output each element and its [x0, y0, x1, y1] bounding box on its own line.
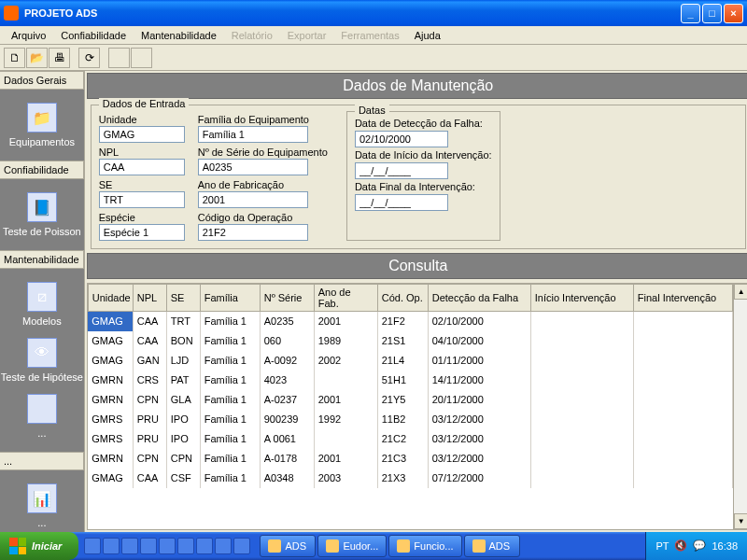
table-cell[interactable]: 11B2	[377, 410, 428, 429]
table-cell[interactable]	[633, 410, 732, 429]
ql-icon[interactable]	[103, 538, 120, 554]
table-cell[interactable]: GLA	[166, 390, 200, 410]
table-cell[interactable]: 900239	[260, 410, 314, 429]
table-cell[interactable]: 2001	[314, 312, 377, 331]
scroll-track[interactable]	[734, 300, 747, 513]
table-cell[interactable]: 07/12/2000	[428, 469, 530, 488]
table-cell[interactable]: A0348	[260, 469, 314, 488]
table-cell[interactable]: 21X3	[377, 469, 428, 488]
table-cell[interactable]	[314, 371, 377, 390]
table-cell[interactable]: 04/10/2000	[428, 331, 530, 351]
table-cell[interactable]: 03/12/2000	[428, 410, 530, 429]
table-cell[interactable]: A-0178	[260, 449, 314, 469]
scroll-down-button[interactable]: ▼	[734, 513, 747, 529]
ql-icon[interactable]	[196, 538, 213, 554]
unidade-input[interactable]	[99, 126, 185, 143]
toolbar-blank-2[interactable]	[131, 48, 152, 68]
sidebar-category[interactable]: Confiabilidade	[0, 161, 84, 179]
table-cell[interactable]: TRT	[166, 312, 200, 331]
column-header[interactable]: Final Intervenção	[633, 285, 732, 312]
refresh-button[interactable]: ⟳	[78, 48, 100, 68]
table-cell[interactable]: 21Y5	[377, 390, 428, 410]
table-cell[interactable]: GMRN	[88, 449, 133, 469]
table-cell[interactable]: A 0061	[260, 429, 314, 449]
table-cell[interactable]	[530, 312, 633, 331]
sidebar-category[interactable]: Mantenabilidade	[0, 250, 84, 269]
table-cell[interactable]: GMAG	[88, 331, 133, 351]
table-row[interactable]: GMAGCAABONFamília 1060198921S104/10/2000	[88, 331, 732, 351]
ql-icon[interactable]	[121, 538, 138, 554]
table-cell[interactable]	[633, 312, 732, 331]
table-cell[interactable]: GMAG	[88, 351, 133, 371]
table-cell[interactable]: IPO	[166, 410, 200, 429]
table-cell[interactable]: BON	[166, 331, 200, 351]
table-cell[interactable]: A-0237	[260, 390, 314, 410]
table-cell[interactable]	[530, 410, 633, 429]
final-input[interactable]	[355, 194, 448, 211]
table-cell[interactable]: GMAG	[88, 312, 133, 331]
table-cell[interactable]: Família 1	[200, 351, 260, 371]
menu-arquivo[interactable]: Arquivo	[4, 28, 53, 43]
table-cell[interactable]: 14/11/2000	[428, 371, 530, 390]
table-cell[interactable]: Família 1	[200, 312, 260, 331]
table-cell[interactable]	[530, 469, 633, 488]
se-input[interactable]	[99, 191, 185, 208]
especie-input[interactable]	[99, 224, 185, 241]
table-cell[interactable]	[633, 390, 732, 410]
column-header[interactable]: Início Intervenção	[530, 285, 633, 312]
tray-icon[interactable]: 🔇	[674, 539, 687, 553]
table-cell[interactable]: PRU	[133, 429, 166, 449]
table-cell[interactable]: 20/11/2000	[428, 390, 530, 410]
table-row[interactable]: GMRNCPNGLAFamília 1A-0237200121Y520/11/2…	[88, 390, 732, 410]
start-button[interactable]: Iniciar	[0, 532, 78, 560]
table-cell[interactable]: CAA	[133, 331, 166, 351]
table-cell[interactable]: 21F2	[377, 312, 428, 331]
table-row[interactable]: GMRSPRUIPOFamília 1900239199211B203/12/2…	[88, 410, 732, 429]
sidebar-item[interactable]: 📊...	[0, 478, 84, 534]
table-row[interactable]: GMAGCAATRTFamília 1A0235200121F202/10/20…	[88, 312, 732, 331]
table-cell[interactable]: Família 1	[200, 449, 260, 469]
table-cell[interactable]: 4023	[260, 371, 314, 390]
table-cell[interactable]: 21S1	[377, 331, 428, 351]
ql-icon[interactable]	[140, 538, 157, 554]
table-cell[interactable]	[530, 371, 633, 390]
table-cell[interactable]	[633, 469, 732, 488]
open-button[interactable]: 📂	[26, 48, 48, 68]
menu-confiabilidade[interactable]: Confiabilidade	[53, 28, 134, 43]
scroll-up-button[interactable]: ▲	[734, 284, 747, 300]
table-cell[interactable]: 2001	[314, 449, 377, 469]
table-cell[interactable]: CPN	[133, 449, 166, 469]
ql-icon[interactable]	[215, 538, 232, 554]
table-cell[interactable]: CSF	[166, 469, 200, 488]
table-row[interactable]: GMRNCRSPATFamília 1402351H114/11/2000	[88, 371, 732, 390]
table-cell[interactable]: CRS	[133, 371, 166, 390]
table-cell[interactable]: Família 1	[200, 331, 260, 351]
table-cell[interactable]: Família 1	[200, 371, 260, 390]
table-cell[interactable]: 21C2	[377, 429, 428, 449]
table-cell[interactable]: 2003	[314, 469, 377, 488]
table-cell[interactable]: 2001	[314, 390, 377, 410]
inicio-input[interactable]	[355, 162, 448, 179]
column-header[interactable]: Cód. Op.	[377, 285, 428, 312]
table-cell[interactable]	[530, 390, 633, 410]
codop-input[interactable]	[198, 224, 308, 241]
table-cell[interactable]	[633, 429, 732, 449]
sidebar-item[interactable]: 👁Teste de Hipótese	[0, 332, 84, 388]
table-row[interactable]: GMAGCAACSFFamília 1A0348200321X307/12/20…	[88, 469, 732, 488]
ql-icon[interactable]	[159, 538, 176, 554]
table-cell[interactable]	[633, 449, 732, 469]
table-row[interactable]: GMAGGANLJDFamília 1A-0092200221L401/11/2…	[88, 351, 732, 371]
nserie-input[interactable]	[198, 159, 308, 175]
table-cell[interactable]: 51H1	[377, 371, 428, 390]
table-cell[interactable]: CAA	[133, 469, 166, 488]
column-header[interactable]: Família	[200, 285, 260, 312]
table-cell[interactable]: PAT	[166, 371, 200, 390]
table-cell[interactable]: 21C3	[377, 449, 428, 469]
maximize-button[interactable]: □	[702, 4, 722, 23]
table-cell[interactable]	[314, 429, 377, 449]
table-cell[interactable]	[530, 449, 633, 469]
table-cell[interactable]: 21L4	[377, 351, 428, 371]
table-cell[interactable]	[530, 331, 633, 351]
new-button[interactable]: 🗋	[4, 48, 25, 68]
tray-lang[interactable]: PT	[655, 540, 669, 552]
